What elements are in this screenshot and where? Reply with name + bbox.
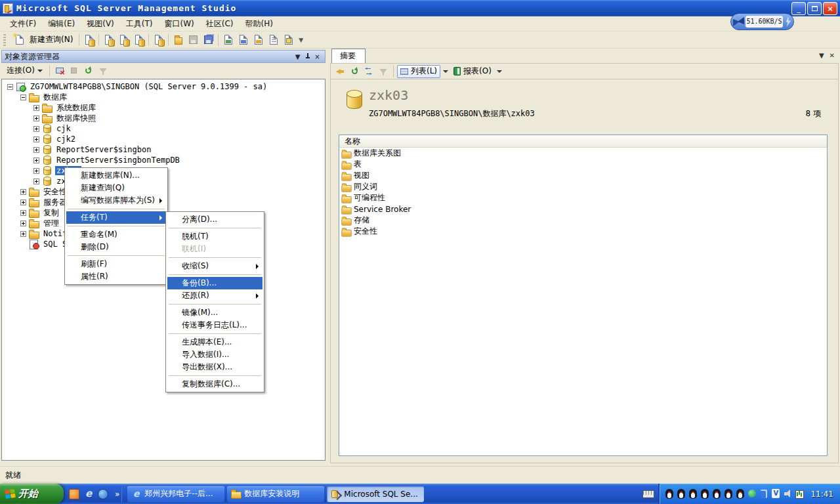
penguin-icon[interactable]: [688, 489, 698, 499]
submenu-item-8[interactable]: 还原(R): [167, 289, 262, 302]
submenu-item-7[interactable]: 备份(B)...: [167, 277, 262, 289]
minus-expander-icon[interactable]: [7, 84, 13, 90]
toolbar-overflow-chevron[interactable]: ▼: [299, 37, 303, 43]
quick-launch-overflow[interactable]: »: [115, 490, 119, 499]
activity-meter-icon[interactable]: [795, 489, 804, 499]
submenu-item-13[interactable]: 生成脚本(E)...: [167, 336, 262, 348]
plus-expander-icon[interactable]: [33, 105, 39, 111]
menu-item-3[interactable]: 工具(T): [120, 16, 159, 32]
submenu-item-2[interactable]: 脱机(T): [167, 230, 262, 243]
context-menu-item-6[interactable]: 重命名(M): [66, 228, 166, 241]
tree-item[interactable]: ReportServer$singbon: [2, 144, 325, 155]
pin-icon[interactable]: [303, 52, 312, 61]
menu-item-1[interactable]: 编辑(E): [42, 16, 81, 32]
tree-item[interactable]: 数据库: [2, 92, 325, 102]
blue-v-icon[interactable]: [771, 489, 780, 499]
new-query-button[interactable]: 新建查询(N): [8, 32, 77, 49]
mdx-query-icon[interactable]: [101, 33, 116, 47]
penguin-icon[interactable]: [712, 489, 721, 499]
context-menu-item-1[interactable]: 新建查询(Q): [66, 182, 166, 194]
list-view-button[interactable]: 列表(L): [397, 65, 440, 78]
submenu-item-5[interactable]: 收缩(S): [167, 260, 262, 272]
download-speed-widget[interactable]: 51.60KB/S: [730, 13, 794, 30]
summary-list-item[interactable]: 同义词: [339, 181, 827, 192]
menu-item-2[interactable]: 视图(V): [81, 16, 120, 32]
plus-expander-icon[interactable]: [20, 200, 26, 205]
tree-item[interactable]: ZG7OMWLWT84PGB8\SINGBON (SQL Server 9.0.…: [2, 81, 325, 92]
green-swirl-icon[interactable]: [747, 489, 757, 499]
summary-list-item[interactable]: 视图: [339, 170, 827, 181]
minimize-button[interactable]: _: [791, 2, 806, 15]
speaker-icon[interactable]: [783, 489, 792, 499]
clock[interactable]: 11:41: [810, 490, 833, 499]
summary-page-icon[interactable]: [266, 33, 281, 47]
tab-summary[interactable]: 摘要: [331, 49, 366, 63]
report-dropdown[interactable]: [496, 65, 503, 78]
column-header-name[interactable]: 名称: [339, 135, 827, 148]
plus-expander-icon[interactable]: [33, 178, 39, 184]
close-document-icon[interactable]: ✕: [830, 52, 835, 59]
plus-expander-icon[interactable]: [20, 220, 26, 226]
tree-item[interactable]: 数据库快照: [2, 113, 325, 123]
open-file-icon[interactable]: [171, 33, 186, 47]
summary-list-item[interactable]: 存储: [339, 215, 827, 226]
context-menu-item-2[interactable]: 编写数据库脚本为(S): [66, 194, 166, 207]
refresh-icon[interactable]: [82, 65, 95, 77]
summary-list-item[interactable]: Service Broker: [339, 203, 827, 215]
task-button[interactable]: Microsoft SQL Se...: [327, 486, 424, 502]
penguin-icon[interactable]: [736, 489, 745, 499]
properties-window-icon[interactable]: [281, 33, 296, 47]
penguin-icon[interactable]: [677, 489, 686, 499]
submenu-item-15[interactable]: 导出数据(X)...: [167, 361, 262, 373]
summary-list-item[interactable]: 可编程性: [339, 192, 827, 203]
menu-item-4[interactable]: 窗口(W): [159, 16, 200, 32]
menu-item-5[interactable]: 社区(C): [200, 16, 240, 32]
disconnect-icon[interactable]: [53, 65, 66, 77]
save-icon[interactable]: [186, 33, 201, 47]
registered-servers-icon[interactable]: [220, 33, 236, 47]
summary-list-item[interactable]: 数据库关系图: [339, 148, 827, 159]
submenu-item-11[interactable]: 传送事务日志(L)...: [167, 319, 262, 331]
menu-item-6[interactable]: 帮助(H): [239, 16, 278, 32]
context-menu-item-7[interactable]: 删除(D): [66, 241, 166, 253]
xmla-query-icon[interactable]: [131, 33, 146, 47]
context-menu-item-0[interactable]: 新建数据库(N)...: [66, 169, 166, 182]
summary-list-item[interactable]: 安全性: [339, 226, 827, 237]
close-panel-icon[interactable]: ×: [312, 52, 322, 61]
plus-expander-icon[interactable]: [20, 231, 26, 237]
plus-expander-icon[interactable]: [33, 168, 39, 174]
plus-expander-icon[interactable]: [20, 210, 26, 216]
compact-query-icon[interactable]: [151, 33, 166, 47]
orange-launcher-icon[interactable]: [69, 489, 79, 499]
plus-expander-icon[interactable]: [33, 116, 39, 121]
context-menu-item-9[interactable]: 刷新(F): [66, 258, 166, 270]
start-button[interactable]: 开始: [0, 484, 64, 504]
report-button[interactable]: 报表(O): [450, 65, 495, 78]
plus-expander-icon[interactable]: [33, 136, 39, 142]
submenu-item-14[interactable]: 导入数据(I)...: [167, 348, 262, 361]
penguin-icon[interactable]: [665, 489, 674, 499]
sync-icon[interactable]: [362, 66, 375, 77]
penguin-icon[interactable]: [700, 489, 709, 499]
messenger-icon[interactable]: [98, 489, 108, 499]
submenu-item-17[interactable]: 复制数据库(C)...: [167, 378, 262, 390]
list-view-dropdown[interactable]: [442, 65, 449, 78]
connect-button[interactable]: 连接(O): [3, 64, 46, 77]
close-button[interactable]: ×: [823, 2, 837, 15]
back-icon[interactable]: [333, 66, 346, 77]
tree-item[interactable]: cjk: [2, 123, 325, 134]
plus-expander-icon[interactable]: [33, 158, 39, 163]
internet-explorer-icon[interactable]: e: [83, 489, 94, 499]
refresh-icon[interactable]: [348, 66, 361, 77]
database-engine-query-icon[interactable]: [81, 33, 96, 47]
restore-button[interactable]: [807, 2, 822, 15]
plus-expander-icon[interactable]: [20, 189, 26, 195]
window-position-icon[interactable]: ▼: [293, 52, 303, 61]
object-explorer-icon[interactable]: [251, 33, 266, 47]
plus-expander-icon[interactable]: [33, 147, 39, 153]
context-menu-item-4[interactable]: 任务(T): [66, 211, 166, 224]
task-button[interactable]: 数据库安装说明: [227, 486, 324, 502]
template-explorer-icon[interactable]: [236, 33, 251, 47]
context-menu-item-10[interactable]: 属性(R): [66, 270, 166, 283]
tree-item[interactable]: cjk2: [2, 134, 325, 144]
